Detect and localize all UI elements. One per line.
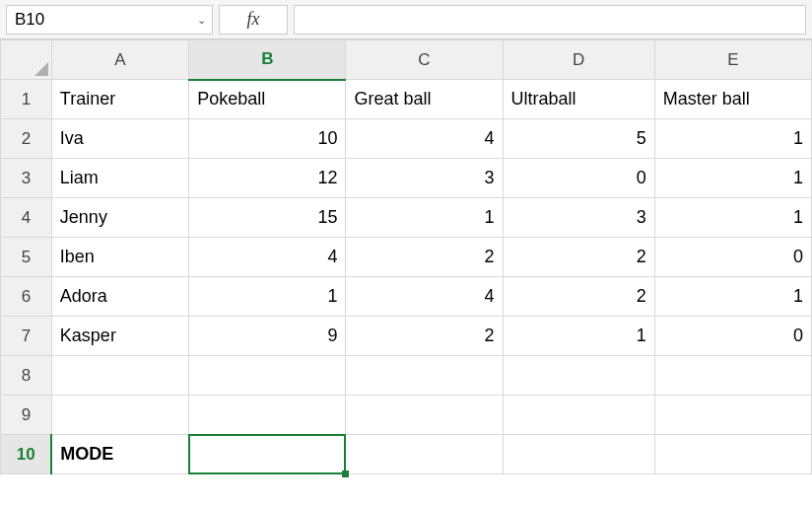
- cell[interactable]: [51, 396, 188, 435]
- row-header[interactable]: 6: [1, 277, 52, 317]
- cell[interactable]: [189, 356, 346, 396]
- cell[interactable]: 9: [189, 317, 346, 356]
- fx-container: fx: [219, 5, 806, 35]
- table-row: 1 Trainer Pokeball Great ball Ultraball …: [1, 80, 812, 119]
- formula-bar: B10 ⌄ fx: [0, 0, 812, 39]
- cell[interactable]: Adora: [51, 277, 188, 317]
- row-header[interactable]: 9: [1, 396, 52, 435]
- cell[interactable]: 0: [503, 159, 654, 198]
- cell[interactable]: [346, 435, 503, 474]
- cell[interactable]: 10: [189, 119, 346, 159]
- cell[interactable]: 2: [503, 238, 654, 277]
- chevron-down-icon[interactable]: ⌄: [197, 13, 206, 26]
- cell[interactable]: Iva: [51, 119, 188, 159]
- selection-outline: [188, 434, 346, 474]
- row-header[interactable]: 5: [1, 238, 52, 277]
- col-header-B[interactable]: B: [189, 40, 346, 80]
- row-header[interactable]: 7: [1, 317, 52, 356]
- cell[interactable]: [654, 356, 811, 396]
- cell[interactable]: [503, 356, 654, 396]
- cell[interactable]: Great ball: [346, 80, 503, 119]
- table-row: 4 Jenny 15 1 3 1: [1, 198, 812, 238]
- formula-input[interactable]: [294, 5, 806, 35]
- col-header-E[interactable]: E: [654, 40, 811, 80]
- table-row: 3 Liam 12 3 0 1: [1, 159, 812, 198]
- table-row: 2 Iva 10 4 5 1: [1, 119, 812, 159]
- cell[interactable]: 0: [654, 317, 811, 356]
- table-row: 8: [1, 356, 812, 396]
- col-header-D[interactable]: D: [503, 40, 654, 80]
- cell[interactable]: 1: [654, 277, 811, 317]
- row-header[interactable]: 4: [1, 198, 52, 238]
- cell[interactable]: Trainer: [51, 80, 188, 119]
- name-box[interactable]: B10 ⌄: [6, 5, 213, 35]
- cell[interactable]: [346, 356, 503, 396]
- table-row: 7 Kasper 9 2 1 0: [1, 317, 812, 356]
- spreadsheet-app: B10 ⌄ fx A B C D E: [0, 0, 812, 507]
- fx-icon[interactable]: fx: [219, 5, 288, 35]
- cell[interactable]: 4: [346, 277, 503, 317]
- cell[interactable]: 4: [189, 238, 346, 277]
- cell[interactable]: [654, 435, 811, 474]
- table-row: 9: [1, 396, 812, 435]
- col-header-A[interactable]: A: [51, 40, 188, 80]
- row-header[interactable]: 2: [1, 119, 52, 159]
- cell[interactable]: 1: [654, 198, 811, 238]
- cell[interactable]: 5: [503, 119, 654, 159]
- cell[interactable]: Ultraball: [503, 80, 654, 119]
- row-header[interactable]: 8: [1, 356, 52, 396]
- cell[interactable]: 1: [654, 119, 811, 159]
- cell[interactable]: 4: [346, 119, 503, 159]
- cell[interactable]: 1: [654, 159, 811, 198]
- sheet-grid[interactable]: A B C D E 1 Trainer Pokeball Great ball …: [0, 39, 812, 507]
- cell[interactable]: Iben: [51, 238, 188, 277]
- cell[interactable]: Jenny: [51, 198, 188, 238]
- cell[interactable]: [189, 396, 346, 435]
- fill-handle[interactable]: [342, 471, 349, 477]
- name-box-value: B10: [15, 10, 44, 30]
- cell[interactable]: 1: [189, 277, 346, 317]
- cell[interactable]: 2: [346, 238, 503, 277]
- cell[interactable]: [51, 356, 188, 396]
- row-header[interactable]: 10: [1, 435, 52, 474]
- table-row: 5 Iben 4 2 2 0: [1, 238, 812, 277]
- cell[interactable]: 12: [189, 159, 346, 198]
- cell[interactable]: Liam: [51, 159, 188, 198]
- cell[interactable]: Kasper: [51, 317, 188, 356]
- cell[interactable]: 15: [189, 198, 346, 238]
- cell[interactable]: MODE: [51, 435, 188, 474]
- row-header[interactable]: 1: [1, 80, 52, 119]
- cell[interactable]: [503, 435, 654, 474]
- cell[interactable]: Master ball: [654, 80, 811, 119]
- cell[interactable]: 1: [503, 317, 654, 356]
- cell[interactable]: [503, 396, 654, 435]
- table-row: 10 MODE: [1, 435, 812, 474]
- cell[interactable]: 2: [503, 277, 654, 317]
- cell[interactable]: 0: [654, 238, 811, 277]
- cell[interactable]: [346, 396, 503, 435]
- col-header-C[interactable]: C: [346, 40, 503, 80]
- row-header[interactable]: 3: [1, 159, 52, 198]
- cell[interactable]: 1: [346, 198, 503, 238]
- grid-table: A B C D E 1 Trainer Pokeball Great ball …: [0, 39, 812, 474]
- cell[interactable]: 3: [346, 159, 503, 198]
- cell[interactable]: Pokeball: [189, 80, 346, 119]
- cell[interactable]: 2: [346, 317, 503, 356]
- cell[interactable]: [654, 396, 811, 435]
- select-all-corner[interactable]: [1, 40, 52, 80]
- cell[interactable]: 3: [503, 198, 654, 238]
- selected-cell[interactable]: [189, 435, 346, 474]
- table-row: 6 Adora 1 4 2 1: [1, 277, 812, 317]
